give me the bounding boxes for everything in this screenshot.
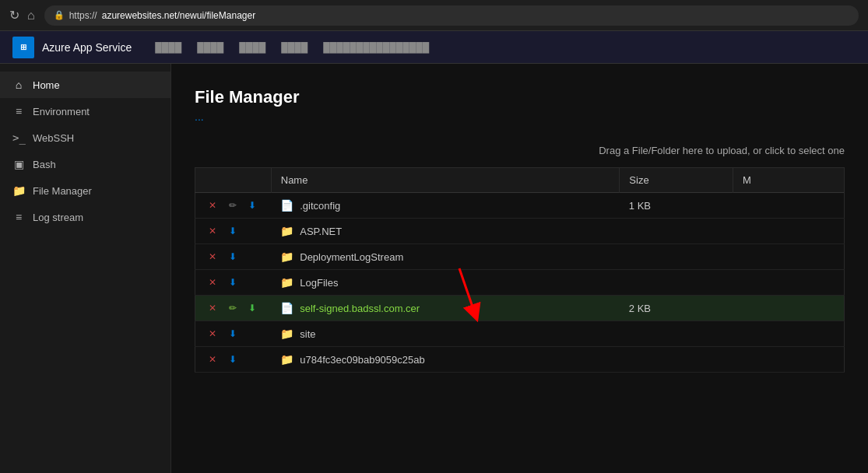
header-nav-item-2[interactable]: ████ — [197, 42, 223, 53]
folder-link[interactable]: site — [300, 328, 315, 340]
download-button[interactable]: ⬇ — [225, 249, 241, 265]
file-link[interactable]: .gitconfig — [300, 200, 340, 212]
sidebar-label-environment: Environment — [33, 106, 90, 117]
cer-file-icon: 📄 — [280, 302, 293, 314]
edit-button[interactable]: ✏ — [225, 198, 241, 213]
download-button[interactable]: ⬇ — [225, 223, 241, 239]
table-row: ✕ ⬇ 📁 DeploymentLogStream — [195, 244, 845, 270]
file-name-cell: 📁 ASP.NET — [271, 219, 620, 244]
header-nav-item-5[interactable]: ████████████████ — [323, 42, 429, 53]
header-nav-item-1[interactable]: ████ — [155, 42, 181, 53]
sidebar-label-bash: Bash — [33, 159, 56, 170]
breadcrumb[interactable]: ... — [195, 110, 845, 123]
bash-icon: ▣ — [12, 158, 25, 170]
header-nav: ████ ████ ████ ████ ████████████████ — [155, 42, 429, 53]
table-row: ✕ ⬇ 📁 site — [195, 321, 845, 347]
delete-button[interactable]: ✕ — [205, 249, 220, 265]
file-table: Name Size M ✕ ✏ ⬇ — [195, 167, 845, 373]
row-actions: ✕ ⬇ — [195, 219, 272, 244]
home-browser-icon[interactable]: ⌂ — [27, 9, 35, 23]
sidebar: ⌂ Home ≡ Environment >_ WebSSH ▣ Bash 📁 … — [0, 64, 171, 473]
header-nav-item-3[interactable]: ████ — [239, 42, 265, 53]
folder-icon: 📁 — [280, 353, 293, 366]
refresh-icon[interactable]: ↻ — [9, 8, 19, 23]
download-button[interactable]: ⬇ — [225, 352, 241, 367]
browser-nav: ↻ ⌂ — [9, 8, 35, 23]
row-actions: ✕ ⬇ — [195, 270, 272, 296]
row-actions: ✕ ✏ ⬇ — [195, 296, 272, 321]
file-mod — [733, 244, 844, 270]
file-size: 1 KB — [620, 193, 733, 219]
main-layout: ⌂ Home ≡ Environment >_ WebSSH ▣ Bash 📁 … — [0, 64, 868, 473]
sidebar-label-webssh: WebSSH — [33, 132, 74, 144]
address-bar[interactable]: 🔒 https:// azurewebsites.net/newui/fileM… — [44, 5, 859, 26]
sidebar-item-environment[interactable]: ≡ Environment — [0, 98, 170, 124]
row-actions: ✕ ✏ ⬇ — [195, 193, 272, 219]
table-row: ✕ ⬇ 📁 u784fc3ec09bab9059c25ab — [195, 347, 845, 373]
delete-button[interactable]: ✕ — [205, 198, 220, 213]
size-col-header: Size — [620, 168, 733, 193]
file-link[interactable]: self-signed.badssl.com.cer — [300, 303, 420, 314]
sidebar-label-home: Home — [33, 79, 60, 91]
delete-button[interactable]: ✕ — [205, 326, 220, 342]
file-manager-icon: 📁 — [12, 184, 25, 197]
download-button[interactable]: ⬇ — [244, 198, 260, 213]
file-size — [620, 347, 733, 373]
app-title: Azure App Service — [42, 41, 132, 54]
row-actions: ✕ ⬇ — [195, 244, 272, 270]
sidebar-label-log-stream: Log stream — [33, 212, 83, 223]
header-nav-item-4[interactable]: ████ — [281, 42, 307, 53]
file-size: 2 KB — [620, 296, 733, 321]
app-logo: ⊞ — [12, 37, 34, 58]
file-mod — [733, 270, 844, 296]
file-size — [620, 219, 733, 244]
content-area: File Manager ... Drag a File/Folder here… — [171, 64, 868, 473]
file-name-cell: 📁 DeploymentLogStream — [271, 244, 620, 270]
file-size — [620, 244, 733, 270]
folder-icon: 📁 — [280, 276, 293, 289]
url-prefix: https:// — [69, 10, 97, 21]
delete-button[interactable]: ✕ — [205, 275, 220, 290]
file-name-cell: 📁 LogFiles — [271, 270, 620, 296]
upload-hint-text: Drag a File/Folder here to upload, or cl… — [599, 145, 845, 156]
table-row: ✕ ✏ ⬇ 📄 self-signed.badssl.com.cer 2 KB — [195, 296, 845, 321]
download-button[interactable]: ⬇ — [244, 300, 260, 316]
sidebar-item-log-stream[interactable]: ≡ Log stream — [0, 204, 170, 230]
sidebar-item-file-manager[interactable]: 📁 File Manager — [0, 177, 170, 204]
folder-icon: 📁 — [280, 225, 293, 237]
table-row: ✕ ⬇ 📁 ASP.NET — [195, 219, 845, 244]
sidebar-item-home[interactable]: ⌂ Home — [0, 72, 170, 98]
file-size — [620, 321, 733, 347]
delete-button[interactable]: ✕ — [205, 352, 220, 367]
folder-icon: 📁 — [280, 328, 293, 340]
download-button[interactable]: ⬇ — [225, 326, 241, 342]
file-name-cell: 📄 self-signed.badssl.com.cer — [271, 296, 620, 321]
folder-link[interactable]: u784fc3ec09bab9059c25ab — [300, 354, 424, 366]
sidebar-item-bash[interactable]: ▣ Bash — [0, 151, 170, 177]
edit-button[interactable]: ✏ — [225, 300, 241, 316]
download-button[interactable]: ⬇ — [225, 275, 241, 290]
file-name-cell: 📄 .gitconfig — [271, 193, 620, 219]
folder-link[interactable]: ASP.NET — [300, 226, 342, 237]
file-mod — [733, 296, 844, 321]
folder-link[interactable]: DeploymentLogStream — [300, 251, 403, 263]
folder-link[interactable]: LogFiles — [300, 277, 338, 289]
file-mod — [733, 219, 844, 244]
row-actions: ✕ ⬇ — [195, 347, 272, 373]
upload-area[interactable]: Drag a File/Folder here to upload, or cl… — [195, 138, 845, 167]
file-table-wrapper: Name Size M ✕ ✏ ⬇ — [195, 167, 845, 373]
table-header-row: Name Size M — [195, 168, 845, 193]
file-mod — [733, 321, 844, 347]
delete-button[interactable]: ✕ — [205, 300, 220, 316]
environment-icon: ≡ — [12, 105, 25, 117]
page-title: File Manager — [195, 87, 845, 107]
name-col-header: Name — [271, 168, 620, 193]
sidebar-label-file-manager: File Manager — [33, 185, 92, 197]
file-mod — [733, 347, 844, 373]
delete-button[interactable]: ✕ — [205, 223, 220, 239]
file-icon: 📄 — [280, 199, 293, 212]
file-size — [620, 270, 733, 296]
table-row: ✕ ✏ ⬇ 📄 .gitconfig 1 KB — [195, 193, 845, 219]
browser-bar: ↻ ⌂ 🔒 https:// azurewebsites.net/newui/f… — [0, 0, 868, 31]
sidebar-item-webssh[interactable]: >_ WebSSH — [0, 124, 170, 151]
